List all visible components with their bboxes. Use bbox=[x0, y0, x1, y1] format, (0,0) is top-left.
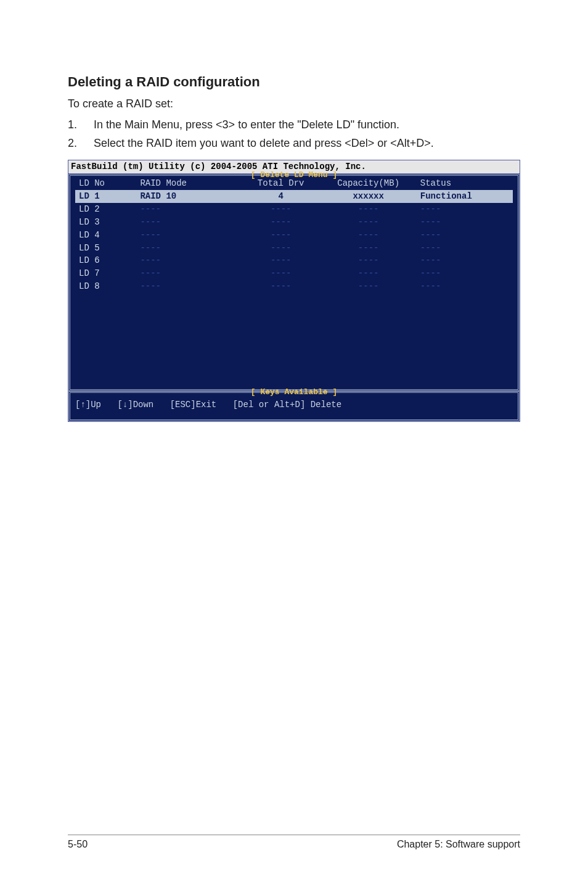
table-cell: LD 4 bbox=[75, 229, 136, 242]
page-footer: 5-50 Chapter 5: Software support bbox=[68, 835, 520, 850]
bios-menu-box: [ Delete LD Menu ] LD No RAID Mode Total… bbox=[68, 174, 520, 391]
key-up: [↑]Up bbox=[75, 399, 101, 411]
bios-keys-box: [ Keys Available ] [↑]Up [↓]Down [ESC]Ex… bbox=[68, 391, 520, 421]
table-cell: ---- bbox=[136, 203, 241, 216]
table-cell: ---- bbox=[321, 216, 417, 229]
bios-keys-label: [ Keys Available ] bbox=[70, 387, 518, 398]
section-heading: Deleting a RAID configuration bbox=[68, 74, 520, 90]
table-cell: ---- bbox=[136, 280, 241, 293]
bios-empty-space bbox=[75, 293, 513, 386]
bios-ld-table: LD No RAID Mode Total Drv Capacity(MB) S… bbox=[75, 177, 513, 293]
table-cell: ---- bbox=[136, 216, 241, 229]
table-cell: ---- bbox=[321, 267, 417, 280]
table-cell: ---- bbox=[321, 242, 417, 255]
table-cell: ---- bbox=[136, 242, 241, 255]
table-row[interactable]: LD 7---------------- bbox=[75, 267, 513, 280]
footer-page-number: 5-50 bbox=[68, 839, 88, 850]
table-cell: LD 1 bbox=[75, 190, 136, 203]
table-row[interactable]: LD 3---------------- bbox=[75, 216, 513, 229]
table-cell: LD 6 bbox=[75, 254, 136, 267]
bios-keys-line: [↑]Up [↓]Down [ESC]Exit [Del or Alt+D] D… bbox=[75, 399, 513, 411]
step-text: Select the RAID item you want to delete … bbox=[94, 135, 520, 151]
intro-text: To create a RAID set: bbox=[68, 97, 520, 110]
table-cell: ---- bbox=[136, 229, 241, 242]
table-cell: ---- bbox=[417, 280, 513, 293]
table-row[interactable]: LD 5---------------- bbox=[75, 242, 513, 255]
manual-page: Deleting a RAID configuration To create … bbox=[0, 0, 588, 887]
bios-screenshot: FastBuild (tm) Utility (c) 2004-2005 ATI… bbox=[68, 160, 520, 422]
table-cell: xxxxxx bbox=[321, 190, 417, 203]
table-cell: ---- bbox=[417, 267, 513, 280]
table-cell: ---- bbox=[242, 229, 321, 242]
step-item: 2. Select the RAID item you want to dele… bbox=[68, 135, 520, 151]
table-cell: ---- bbox=[417, 254, 513, 267]
step-text: In the Main Menu, press <3> to enter the… bbox=[94, 117, 520, 133]
key-exit: [ESC]Exit bbox=[170, 399, 217, 411]
table-cell: ---- bbox=[321, 229, 417, 242]
table-cell: RAID 10 bbox=[136, 190, 241, 203]
table-cell: ---- bbox=[417, 229, 513, 242]
step-item: 1. In the Main Menu, press <3> to enter … bbox=[68, 117, 520, 133]
footer-chapter: Chapter 5: Software support bbox=[397, 839, 520, 850]
table-row[interactable]: LD 4---------------- bbox=[75, 229, 513, 242]
table-cell: ---- bbox=[242, 254, 321, 267]
table-cell: ---- bbox=[136, 254, 241, 267]
table-cell: ---- bbox=[321, 254, 417, 267]
step-number: 1. bbox=[68, 117, 94, 133]
table-cell: LD 2 bbox=[75, 203, 136, 216]
steps-list: 1. In the Main Menu, press <3> to enter … bbox=[68, 117, 520, 151]
table-row[interactable]: LD 8---------------- bbox=[75, 280, 513, 293]
key-down: [↓]Down bbox=[117, 399, 153, 411]
table-cell: ---- bbox=[242, 267, 321, 280]
table-cell: ---- bbox=[417, 242, 513, 255]
table-cell: ---- bbox=[417, 203, 513, 216]
table-cell: ---- bbox=[242, 280, 321, 293]
table-cell: ---- bbox=[321, 280, 417, 293]
table-cell: LD 8 bbox=[75, 280, 136, 293]
table-cell: ---- bbox=[242, 216, 321, 229]
table-cell: ---- bbox=[417, 216, 513, 229]
bios-screen: [ Delete LD Menu ] LD No RAID Mode Total… bbox=[68, 173, 520, 422]
bios-menu-label: [ Delete LD Menu ] bbox=[70, 170, 518, 181]
table-cell: ---- bbox=[242, 242, 321, 255]
table-cell: 4 bbox=[242, 190, 321, 203]
step-number: 2. bbox=[68, 135, 94, 151]
table-cell: LD 3 bbox=[75, 216, 136, 229]
table-row[interactable]: LD 2---------------- bbox=[75, 203, 513, 216]
table-row[interactable]: LD 1RAID 104xxxxxxFunctional bbox=[75, 190, 513, 203]
table-cell: ---- bbox=[321, 203, 417, 216]
table-cell: LD 5 bbox=[75, 242, 136, 255]
key-del: [Del or Alt+D] Delete bbox=[233, 399, 341, 411]
table-cell: ---- bbox=[242, 203, 321, 216]
table-cell: ---- bbox=[136, 267, 241, 280]
table-cell: LD 7 bbox=[75, 267, 136, 280]
table-row[interactable]: LD 6---------------- bbox=[75, 254, 513, 267]
table-cell: Functional bbox=[417, 190, 513, 203]
